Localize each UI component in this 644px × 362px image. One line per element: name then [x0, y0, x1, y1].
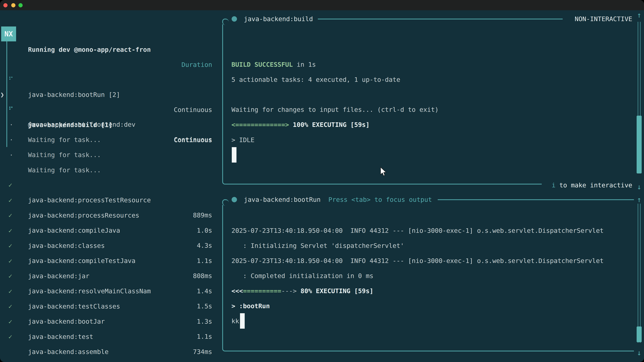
- sidebar-footer: ← 1/2 → quit: q help: ?: [0, 344, 223, 359]
- log-line: 2025-07-23T13:40:18.950-04:00 INFO 44312…: [232, 253, 604, 268]
- task-row-waiting: · Waiting for task...: [0, 117, 223, 132]
- panel-border: [222, 24, 223, 178]
- progress-label: 80% EXECUTING [59s]: [297, 287, 374, 295]
- task-row-bootrun[interactable]: ⠋ java-backend:bootRun [2] Continuous: [0, 57, 223, 72]
- task-duration: 1.1s: [197, 329, 212, 344]
- panel-border: [222, 205, 223, 345]
- task-row-waiting: · Waiting for task...: [0, 132, 223, 147]
- task-row-build-selected[interactable]: ❯ ⠋ java-backend:build [1] Continuous: [0, 72, 223, 87]
- task-status-dot-icon: [232, 16, 237, 22]
- window-titlebar: [0, 0, 644, 10]
- build-successful-text: BUILD SUCCESSFUL: [232, 61, 293, 68]
- task-row-completed[interactable]: ✓ java-backend:bootJar 1.1s: [0, 284, 223, 299]
- task-row-completed[interactable]: ✓ java-backend:compileJava 4.3s: [0, 193, 223, 208]
- task-row-completed[interactable]: ✓ java-backend:assemble 774ms: [0, 314, 223, 329]
- text-cursor: [232, 147, 236, 163]
- stdin-input-text[interactable]: kk: [232, 314, 239, 329]
- sidebar-title: Running dev @mono-app/react-fron: [28, 42, 151, 57]
- interactive-hint: i to make interactive: [552, 178, 632, 193]
- interactive-hint-text: to make interactive: [556, 182, 632, 189]
- zoom-window-button[interactable]: [18, 3, 23, 7]
- pager: ← 1/2 →: [4, 359, 31, 362]
- check-icon: ✓: [8, 329, 16, 344]
- progress-label: 100% EXECUTING [59s]: [289, 121, 370, 128]
- panel-border: [438, 199, 634, 200]
- task-row-completed[interactable]: ✓ java-backend:classes 1.1s: [0, 208, 223, 223]
- task-row-completed[interactable]: ✓ java-backend:testClasses 1.3s: [0, 269, 223, 284]
- minimize-window-button[interactable]: [11, 3, 16, 7]
- close-window-button[interactable]: [3, 3, 8, 7]
- panel-border: [228, 351, 634, 352]
- task-row-waiting: · Waiting for task...: [0, 102, 223, 117]
- sidebar-header: Running dev @mono-app/react-fron Duratio…: [0, 27, 223, 42]
- progress-bar: <=============>: [232, 121, 289, 128]
- log-line: : Completed initialization in 0 ms: [232, 268, 373, 283]
- scroll-down-icon[interactable]: ↓: [635, 345, 643, 360]
- scrollbar-thumb[interactable]: [636, 327, 642, 342]
- text-cursor: [240, 313, 245, 329]
- task-duration: 774ms: [193, 359, 212, 362]
- build-panel-title: java-backend:build: [244, 11, 313, 26]
- progress-bar-remaining: --->: [281, 287, 297, 295]
- task-row-completed[interactable]: ✓ java-backend:processTestResource 889ms: [0, 162, 223, 177]
- waiting-dot-icon: ·: [10, 147, 17, 163]
- scroll-up-icon[interactable]: ↑: [635, 7, 643, 23]
- screen: NX Running dev @mono-app/react-fron Dura…: [0, 0, 644, 362]
- mouse-cursor: [379, 167, 388, 179]
- task-status-dot-icon: [232, 197, 237, 202]
- task-row-completed[interactable]: ✓ java-backend:compileTestJava 808ms: [0, 223, 223, 238]
- focus-output-hint: Press <tab> to focus output: [328, 192, 432, 207]
- task-row-completed[interactable]: ✓ java-backend:processResources 1.0s: [0, 178, 223, 193]
- terminal-window: NX Running dev @mono-app/react-fron Dura…: [0, 0, 644, 362]
- log-line: : Initializing Servlet 'dispatcherServle…: [232, 238, 404, 253]
- task-row-completed[interactable]: ✓ java-backend:resolveMainClassNam 1.5s: [0, 253, 223, 269]
- build-time-text: in 1s: [293, 61, 316, 68]
- gradle-progress-line: <=============> 100% EXECUTING [59s]: [232, 117, 370, 132]
- progress-prefix: <<<: [232, 287, 243, 295]
- task-name: Waiting for task...: [28, 147, 101, 162]
- command-line: > :bootRun: [232, 299, 270, 314]
- idle-line: > IDLE: [232, 132, 254, 147]
- build-status-line: BUILD SUCCESSFUL in 1s: [232, 57, 316, 72]
- task-row-frontend-dev[interactable]: ⠋ @mono-app/react-frontend:dev Continuou…: [0, 87, 223, 102]
- task-name: java-backend:test: [28, 329, 93, 344]
- progress-bar-filled: ==========: [243, 287, 282, 295]
- task-row-completed[interactable]: ✓ java-backend:jar 1.4s: [0, 238, 223, 253]
- tasks-summary-line: 5 actionable tasks: 4 executed, 1 up-to-…: [232, 72, 400, 87]
- panel-border: [222, 199, 229, 206]
- scrollbar-track[interactable]: [638, 204, 641, 343]
- task-row-completed[interactable]: ✓ java-backend:test 734ms: [0, 299, 223, 314]
- panel-border: [228, 184, 542, 185]
- scrollbar-thumb[interactable]: [636, 116, 642, 173]
- interactive-hint-key: i: [552, 182, 556, 189]
- gradle-progress-line: <<<==========---> 80% EXECUTING [59s]: [232, 283, 374, 299]
- bootrun-panel-title: java-backend:bootRun: [244, 192, 321, 207]
- log-line: 2025-07-23T13:40:18.950-04:00 INFO 44312…: [232, 223, 604, 238]
- panel-border: [318, 18, 563, 19]
- mode-badge: NON-INTERACTIVE: [575, 11, 632, 26]
- panel-border: [222, 18, 229, 25]
- waiting-for-changes-line: Waiting for changes to input files... (c…: [232, 102, 438, 117]
